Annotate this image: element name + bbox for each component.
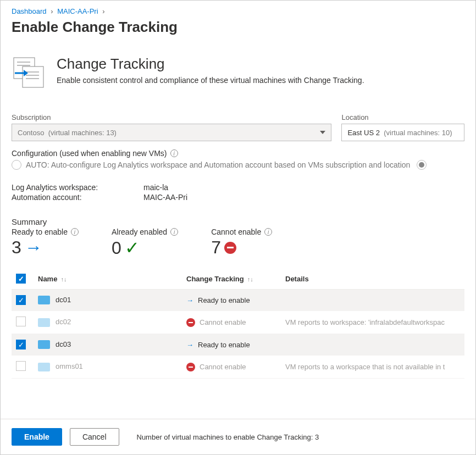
chevron-down-icon (320, 131, 325, 134)
details-text: VM reports to workspace: 'infralabdefaul… (281, 311, 464, 334)
page-title: Enable Change Tracking (12, 19, 464, 36)
table-row[interactable]: omms01Cannot enableVM reports to a works… (12, 356, 464, 379)
config-radio-other[interactable] (417, 160, 427, 170)
summary-ready-label: Ready to enable (12, 228, 68, 236)
arrow-right-icon: → (186, 341, 193, 349)
blocked-icon (186, 363, 195, 371)
table-row[interactable]: ✓dc03→Ready to enable (12, 334, 464, 356)
log-analytics-workspace-label: Log Analytics workspace: (12, 183, 143, 192)
details-text: VM reports to a workspace that is not av… (281, 356, 464, 379)
info-icon[interactable]: i (170, 228, 178, 236)
subscription-select[interactable]: Contoso (virtual machines: 13) (12, 124, 331, 141)
change-tracking-icon (12, 56, 46, 91)
row-checkbox[interactable]: ✓ (16, 295, 26, 305)
config-option-auto: AUTO: Auto-configure Log Analytics works… (26, 160, 410, 169)
blocked-icon (186, 318, 195, 327)
hero-subtitle: Enable consistent control and compliance… (57, 76, 364, 85)
details-text (281, 334, 464, 356)
chevron-right-icon: › (102, 7, 104, 15)
checkmark-icon: ✓ (125, 237, 140, 258)
location-label: Location (341, 113, 464, 121)
breadcrumb-link-resource[interactable]: MAIC-AA-Pri (57, 7, 98, 15)
chevron-right-icon: › (51, 7, 53, 15)
info-icon[interactable]: i (264, 228, 272, 236)
select-all-checkbox[interactable]: ✓ (16, 274, 26, 284)
cancel-button[interactable]: Cancel (70, 428, 119, 446)
summary-already-label: Already enabled (112, 228, 167, 236)
vm-icon (38, 318, 50, 327)
vm-icon (38, 363, 50, 371)
summary-card-ready[interactable]: Ready to enable i 3 → (12, 228, 79, 258)
subscription-label: Subscription (12, 113, 331, 121)
column-header-details[interactable]: Details (281, 268, 464, 290)
automation-account-label: Automation account: (12, 193, 143, 202)
config-radio-auto[interactable] (12, 160, 21, 170)
vm-table: ✓ Name↑↓ Change Tracking↑↓ Details ✓dc01… (12, 268, 464, 379)
table-row[interactable]: ✓dc01→Ready to enable (12, 290, 464, 311)
summary-card-already[interactable]: Already enabled i 0 ✓ (112, 228, 178, 258)
status-text: Ready to enable (198, 296, 250, 304)
summary-card-cannot[interactable]: Cannot enable i 7 (211, 228, 272, 258)
info-icon[interactable]: i (170, 149, 178, 157)
location-select[interactable]: East US 2 (virtual machines: 10) (341, 124, 464, 141)
summary-cannot-value: 7 (211, 237, 221, 258)
svg-rect-1 (23, 66, 43, 87)
row-checkbox[interactable]: ✓ (16, 340, 26, 349)
vm-name: dc03 (56, 340, 71, 348)
subscription-value: Contoso (18, 129, 44, 137)
automation-account-value: MAIC-AA-Pri (143, 193, 187, 202)
status-text: Ready to enable (198, 341, 250, 349)
hero-title: Change Tracking (57, 56, 364, 73)
log-analytics-workspace-value: maic-la (143, 183, 168, 192)
column-header-name[interactable]: Name↑↓ (34, 268, 182, 290)
info-icon[interactable]: i (71, 228, 79, 236)
vm-name: dc01 (56, 296, 71, 304)
summary-ready-value: 3 (12, 237, 21, 258)
summary-cannot-label: Cannot enable (211, 228, 261, 236)
blocked-icon (224, 242, 236, 254)
status-text: Cannot enable (200, 318, 246, 326)
status-text: Cannot enable (200, 363, 246, 371)
details-text (281, 290, 464, 311)
arrow-right-icon: → (186, 296, 193, 304)
sort-icon: ↑↓ (60, 276, 67, 282)
subscription-count: (virtual machines: 13) (46, 129, 117, 137)
sort-icon: ↑↓ (247, 276, 253, 282)
location-count: (virtual machines: 10) (382, 129, 452, 137)
footer-status-text: Number of virtual machines to enable Cha… (137, 433, 319, 441)
vm-name: dc02 (56, 318, 71, 326)
column-header-tracking[interactable]: Change Tracking↑↓ (182, 268, 281, 290)
summary-title: Summary (12, 217, 464, 226)
vm-icon (38, 340, 50, 349)
table-row[interactable]: dc02Cannot enableVM reports to workspace… (12, 311, 464, 334)
config-label: Configuration (used when enabling new VM… (12, 149, 167, 158)
breadcrumb: Dashboard › MAIC-AA-Pri › (12, 7, 464, 15)
vm-icon (38, 296, 50, 304)
breadcrumb-link-dashboard[interactable]: Dashboard (12, 7, 47, 15)
row-checkbox (16, 317, 26, 326)
summary-already-value: 0 (112, 238, 121, 258)
enable-button[interactable]: Enable (12, 428, 62, 446)
location-value: East US 2 (347, 129, 380, 137)
row-checkbox (16, 361, 26, 371)
arrow-right-icon: → (25, 237, 42, 258)
vm-name: omms01 (56, 362, 83, 370)
